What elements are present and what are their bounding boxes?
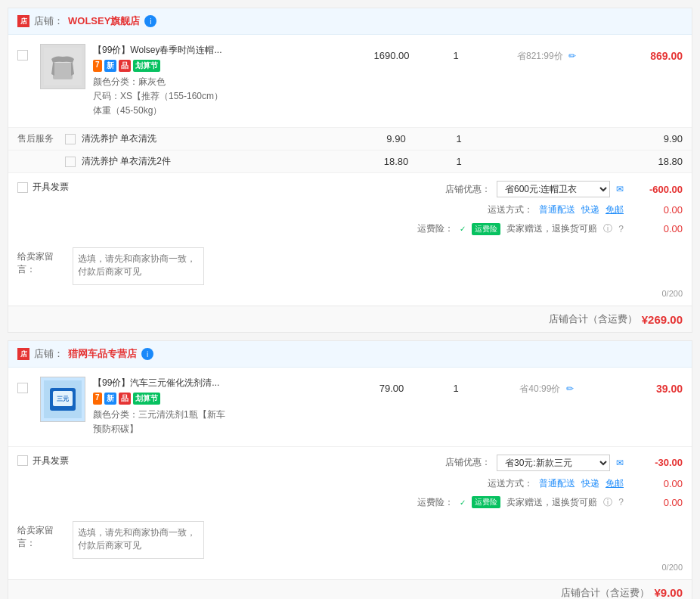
store2-message-row: 给卖家留言： 0/200 (8, 517, 692, 579)
store2-tag-7: 7 (93, 393, 102, 405)
store2-name[interactable]: 猎网车品专营店 (68, 347, 137, 361)
store2-product-tags: 7 新 品 划算节 (93, 393, 350, 405)
store2-prefix: 店铺： (34, 347, 63, 361)
store1-product-discount: 省821:99价 ✏ (486, 44, 607, 63)
store1-service1-qty: 1 (436, 133, 482, 144)
store2-insurance-checkmark: ✓ (460, 498, 466, 507)
store1-invoice-left: 开具发票 (17, 181, 352, 194)
store2-total-row: 店铺合计（含运费） ¥9.00 (8, 579, 692, 599)
store1-service2-name: 清洗养护 单衣清洗2件 (82, 155, 356, 168)
store2-insurance-row: 运费险： ✓ 运费险 卖家赠送，退换货可赔 ⓘ ? 0.00 (358, 496, 683, 509)
store2-shipping-label: 运送方式： (488, 477, 533, 490)
store2-total-amount: ¥9.00 (654, 586, 683, 599)
store1-product-image (40, 44, 85, 89)
store1-icon: 店 (17, 15, 29, 27)
store2-insurance-amount: 0.00 (630, 497, 683, 508)
store1-service2-checkbox[interactable] (65, 157, 76, 167)
store1-product-size: 尺码：XS【推荐（155-160cm） (93, 89, 350, 104)
store2-invoice-checkbox[interactable] (17, 455, 28, 466)
page-wrapper: 店 店铺： WOLSEY旗舰店 i 【99价】Wolsey春季时尚连帽... (0, 0, 700, 599)
store2-right-options: 店铺优惠： 省30元:新款三元 ✉ -30.00 运送方式： 普通配送 快递 免… (358, 455, 683, 509)
store1-shipping-express[interactable]: 快递 (581, 203, 599, 216)
store2-insurance-info[interactable]: ⓘ (603, 496, 612, 509)
store2-badge[interactable]: i (141, 348, 153, 360)
store2-product-checkbox[interactable] (17, 383, 28, 393)
store1-discount-chat[interactable]: ✉ (616, 184, 624, 194)
store2-message-container: 0/200 (73, 521, 683, 572)
store2-shipping-express[interactable]: 快递 (581, 477, 599, 490)
store1-after-sales-row: 售后服务 清洗养护 单衣清洗 9.90 1 9.90 (8, 128, 692, 151)
store1-right-options: 店铺优惠： 省600元:连帽卫衣 ✉ -600.00 运送方式： 普通配送 快递… (358, 181, 683, 235)
store1-insurance-checkmark: ✓ (460, 225, 466, 233)
store1-badge[interactable]: i (144, 15, 156, 27)
store2-product-color: 颜色分类：三元清洗剂1瓶【新车 (93, 408, 350, 422)
store1-product-weight: 体重（45-50kg） (93, 104, 350, 118)
store2-product-subtotal: 39.00 (615, 377, 683, 395)
store2-discount-amount: -30.00 (630, 457, 683, 468)
store1-insurance-row: 运费险： ✓ 运费险 卖家赠送，退换货可赔 ⓘ ? 0.00 (358, 222, 683, 235)
store1-discount-amount: -600.00 (630, 184, 683, 195)
store2-header: 店 店铺： 猎网车品专营店 i (8, 341, 692, 368)
store1-discount-select[interactable]: 省600元:连帽卫衣 (497, 181, 610, 197)
store1-name[interactable]: WOLSEY旗舰店 (68, 14, 140, 28)
store1-service1-checkbox[interactable] (65, 134, 76, 144)
store2-product-qty: 1 (433, 377, 479, 394)
store2-invoice-row: 开具发票 店铺优惠： 省30元:新款三元 ✉ -30.00 运送方式： 普通配送… (8, 447, 692, 517)
store1-invoice-checkbox[interactable] (17, 182, 28, 193)
store1-product-name: 【99价】Wolsey春季时尚连帽... (93, 44, 350, 57)
store2-product-discount: 省40:99价 ✏ (486, 377, 607, 396)
store1-product-tags: 7 新 品 划算节 (93, 60, 350, 72)
store2-product-row: 三元 【99价】汽车三元催化洗剂清... 7 新 品 划算节 颜色分类：三元清洗… (8, 368, 692, 446)
store2-shipping-free[interactable]: 免邮 (606, 477, 624, 490)
store1-product-checkbox[interactable] (17, 50, 28, 61)
store2-section: 店 店铺： 猎网车品专营店 i 三元 【99价】汽车三元催化洗剂清... (8, 340, 692, 599)
store1-service2-qty: 1 (436, 156, 482, 167)
store2-insurance-question[interactable]: ? (618, 497, 624, 507)
store2-discount-chat[interactable]: ✉ (616, 458, 624, 468)
store2-total-label: 店铺合计（含运费） (561, 586, 649, 599)
store1-insurance-info[interactable]: ⓘ (603, 222, 612, 235)
store2-discount-edit[interactable]: ✏ (566, 383, 574, 394)
store1-shipping-row: 运送方式： 普通配送 快递 免邮 0.00 (358, 203, 683, 216)
store1-discount-text: 省821:99价 (517, 51, 563, 61)
svg-rect-1 (53, 63, 73, 79)
store1-message-input[interactable] (73, 247, 204, 285)
store2-product-name: 【99价】汽车三元催化洗剂清... (93, 377, 350, 390)
tag-7: 7 (93, 60, 102, 72)
store1-shipping-free[interactable]: 免邮 (606, 203, 624, 216)
store2-insurance-label: 运费险： (417, 496, 454, 509)
store2-insurance-badge: 运费险 (472, 496, 500, 508)
store1-product-color: 颜色分类：麻灰色 (93, 75, 350, 89)
store1-service2-row: 清洗养护 单衣清洗2件 18.80 1 18.80 (8, 151, 692, 173)
store1-discount-label: 店铺优惠： (445, 183, 491, 196)
store1-service1-subtotal: 9.90 (615, 133, 683, 144)
store1-product-info: 【99价】Wolsey春季时尚连帽... 7 新 品 划算节 颜色分类：麻灰色 … (93, 44, 350, 118)
store1-invoice-row: 开具发票 店铺优惠： 省600元:连帽卫衣 ✉ -600.00 运送方式： 普通… (8, 173, 692, 243)
store1-invoice-label: 开具发票 (33, 181, 69, 194)
store1-discount-edit[interactable]: ✏ (568, 51, 576, 61)
store1-section: 店 店铺： WOLSEY旗舰店 i 【99价】Wolsey春季时尚连帽... (8, 8, 692, 333)
store2-shipping-row: 运送方式： 普通配送 快递 免邮 0.00 (358, 477, 683, 490)
store2-message-input[interactable] (73, 521, 204, 559)
store2-product-size: 预防积碳】 (93, 422, 350, 436)
store2-discount-text: 省40:99价 (519, 383, 560, 394)
store2-message-label: 给卖家留言： (17, 521, 67, 550)
store1-shipping-amount: 0.00 (630, 204, 683, 216)
store2-shipping-amount: 0.00 (630, 478, 683, 489)
store2-invoice-left: 开具发票 (17, 455, 352, 467)
store1-prefix: 店铺： (34, 14, 63, 28)
store1-insurance-amount: 0.00 (630, 223, 683, 234)
store1-shipping-normal[interactable]: 普通配送 (539, 203, 575, 216)
store2-shipping-normal[interactable]: 普通配送 (539, 477, 575, 490)
store1-insurance-badge: 运费险 (472, 223, 500, 235)
store1-insurance-question[interactable]: ? (618, 224, 624, 234)
store2-tag-new: 新 (104, 393, 116, 405)
store1-total-row: 店铺合计（含运费） ¥269.00 (8, 306, 692, 332)
store2-insurance-text: 卖家赠送，退换货可赔 (506, 496, 597, 509)
store1-service1-price: 9.90 (362, 133, 430, 144)
store1-insurance-text: 卖家赠送，退换货可赔 (506, 222, 597, 235)
store2-invoice-label: 开具发票 (33, 455, 69, 467)
store1-product-qty: 1 (433, 44, 479, 61)
store2-discount-select[interactable]: 省30元:新款三元 (497, 455, 610, 471)
svg-text:三元: 三元 (57, 396, 69, 402)
